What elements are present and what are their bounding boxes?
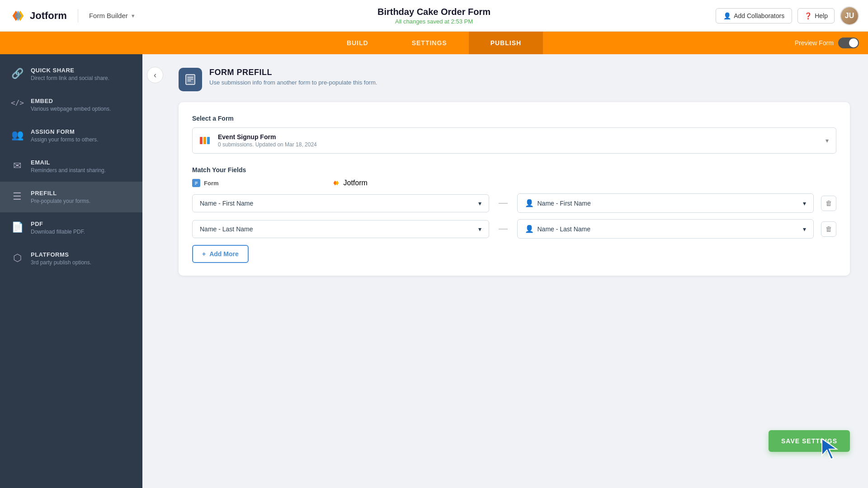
form-select-dropdown[interactable]: Event Signup Form 0 submissions. Updated… xyxy=(192,127,836,154)
platforms-icon: ⬡ xyxy=(11,252,24,264)
field-row-2: Name - Last Name ▾ 👤 Name - Last Name ▾ … xyxy=(192,219,836,239)
sidebar-item-quick-share[interactable]: 🔗 QUICK SHARE Direct form link and socia… xyxy=(0,59,142,89)
person-field-icon-1: 👤 xyxy=(525,199,534,207)
person-field-icon-2: 👤 xyxy=(525,225,534,233)
add-collaborators-button[interactable]: 👤 Add Collaborators xyxy=(716,8,792,23)
form-mini-icon xyxy=(200,136,212,145)
add-more-label: Add More xyxy=(209,250,239,258)
tab-build[interactable]: BUILD xyxy=(325,32,390,54)
jotform-col-label-text: Jotform xyxy=(344,179,368,187)
connector-1 xyxy=(496,203,510,204)
sidebar-assign-desc: Assign your forms to others. xyxy=(31,136,98,143)
svg-rect-1 xyxy=(186,75,195,84)
tab-settings[interactable]: SETTINGS xyxy=(390,32,469,54)
form-builder-button[interactable]: Form Builder ▼ xyxy=(89,12,136,19)
sidebar-assign-title: ASSIGN FORM xyxy=(31,128,98,135)
jf-field-value-2: Name - Last Name xyxy=(538,225,800,233)
sidebar-item-platforms[interactable]: ⬡ PLATFORMS 3rd party publish options. xyxy=(0,243,142,274)
select-form-label: Select a Form xyxy=(192,115,836,122)
jotform-logo-small xyxy=(332,179,340,187)
sidebar-platforms-title: PLATFORMS xyxy=(31,251,91,258)
section-title: FORM PREFILL xyxy=(209,68,377,77)
form-col-icon xyxy=(192,179,200,187)
form-col-svg xyxy=(193,180,199,186)
sidebar-embed-desc: Various webpage embed options. xyxy=(31,106,111,112)
sidebar-item-prefill[interactable]: ☰ PREFILL Pre-populate your forms. xyxy=(0,182,142,212)
selected-form-name: Event Signup Form xyxy=(218,133,317,141)
delete-row-2-button[interactable]: 🗑 xyxy=(821,221,836,237)
link-icon: 🔗 xyxy=(11,68,24,80)
prefill-card: Select a Form Event Signup Form 0 submis… xyxy=(179,102,850,276)
toggle-knob xyxy=(849,38,858,47)
jf-field-select-2[interactable]: 👤 Name - Last Name ▾ xyxy=(517,219,814,239)
form-icon-svg xyxy=(184,74,196,85)
trash-icon-2: 🗑 xyxy=(826,225,832,233)
sidebar-pdf-desc: Download fillable PDF. xyxy=(31,229,85,235)
svg-marker-10 xyxy=(822,439,837,459)
form-title: Birthday Cake Order Form xyxy=(377,7,491,17)
avatar[interactable]: JU xyxy=(840,6,859,25)
header-center: Birthday Cake Order Form All changes sav… xyxy=(377,7,491,25)
sidebar-item-pdf[interactable]: 📄 PDF Download fillable PDF. xyxy=(0,212,142,243)
dropdown-chevron-icon: ▾ xyxy=(826,137,829,144)
sidebar-pdf-title: PDF xyxy=(31,221,85,227)
jf-field-value-1: Name - First Name xyxy=(538,200,800,207)
jotform-col-header: Jotform xyxy=(332,179,368,187)
cursor-pointer xyxy=(820,436,840,463)
sidebar-item-embed[interactable]: </> EMBED Various webpage embed options. xyxy=(0,89,142,120)
sidebar-quick-share-title: QUICK SHARE xyxy=(31,67,109,74)
jf-field-select-1[interactable]: 👤 Name - First Name ▾ xyxy=(517,193,814,213)
sidebar-prefill-title: PREFILL xyxy=(31,190,90,197)
sidebar-item-email[interactable]: ✉ EMAIL Reminders and instant sharing. xyxy=(0,151,142,182)
tab-publish[interactable]: PUBLISH xyxy=(469,32,543,54)
content-inner: FORM PREFILL Use submission info from an… xyxy=(179,68,850,276)
sidebar-prefill-desc: Pre-populate your forms. xyxy=(31,198,90,204)
delete-row-1-button[interactable]: 🗑 xyxy=(821,196,836,211)
prefill-icon: ☰ xyxy=(11,191,24,202)
nav-tabs: BUILD SETTINGS PUBLISH Preview Form xyxy=(0,32,868,54)
connector-2 xyxy=(496,229,510,230)
dropdown-chevron-1: ▾ xyxy=(478,200,481,207)
back-button[interactable]: ‹ xyxy=(147,67,163,83)
main-layout: 🔗 QUICK SHARE Direct form link and socia… xyxy=(0,54,868,488)
header: Jotform Form Builder ▼ Birthday Cake Ord… xyxy=(0,0,868,32)
sidebar-quick-share-desc: Direct form link and social share. xyxy=(31,75,109,81)
chevron-down-icon: ▼ xyxy=(131,13,136,19)
pdf-icon: 📄 xyxy=(11,221,24,233)
form-col-label-text: Form xyxy=(204,180,219,187)
person-icon: 👤 xyxy=(723,12,731,19)
field-row-1: Name - First Name ▾ 👤 Name - First Name … xyxy=(192,193,836,213)
sidebar: 🔗 QUICK SHARE Direct form link and socia… xyxy=(0,54,142,488)
section-header: FORM PREFILL Use submission info from an… xyxy=(179,68,850,91)
jf-dropdown-chevron-2: ▾ xyxy=(803,225,806,233)
match-fields-label: Match Your Fields xyxy=(192,166,836,174)
avatar-image: JU xyxy=(841,7,858,24)
jf-dropdown-chevron-1: ▾ xyxy=(803,200,806,207)
form-field-select-2[interactable]: Name - Last Name ▾ xyxy=(192,220,489,238)
header-right: 👤 Add Collaborators ❓ Help JU xyxy=(716,6,859,25)
selected-form-meta: 0 submissions. Updated on Mar 18, 2024 xyxy=(218,141,317,148)
form-field-select-1[interactable]: Name - First Name ▾ xyxy=(192,194,489,212)
help-button[interactable]: ❓ Help xyxy=(797,8,835,23)
sidebar-item-assign-form[interactable]: 👥 ASSIGN FORM Assign your forms to other… xyxy=(0,120,142,151)
header-divider xyxy=(78,9,78,23)
trash-icon-1: 🗑 xyxy=(826,199,832,207)
preview-form-toggle-area: Preview Form xyxy=(795,38,859,48)
preview-form-toggle[interactable] xyxy=(838,38,859,48)
add-more-button[interactable]: + Add More xyxy=(192,245,249,263)
help-circle-icon: ❓ xyxy=(804,12,812,19)
plus-icon: + xyxy=(202,250,206,258)
save-status: All changes saved at 2:53 PM xyxy=(377,18,491,25)
code-icon: </> xyxy=(11,99,24,107)
sidebar-email-title: EMAIL xyxy=(31,159,106,166)
sidebar-email-desc: Reminders and instant sharing. xyxy=(31,167,106,174)
logo-icon xyxy=(9,7,26,24)
email-icon: ✉ xyxy=(11,160,24,172)
cursor-svg xyxy=(820,436,840,461)
match-fields-section: Match Your Fields For xyxy=(192,166,836,263)
logo-text: Jotform xyxy=(30,10,67,22)
form-col-header: Form xyxy=(192,179,219,187)
logo: Jotform xyxy=(9,7,67,24)
prefill-section-icon xyxy=(179,68,202,91)
preview-form-label: Preview Form xyxy=(795,39,834,47)
